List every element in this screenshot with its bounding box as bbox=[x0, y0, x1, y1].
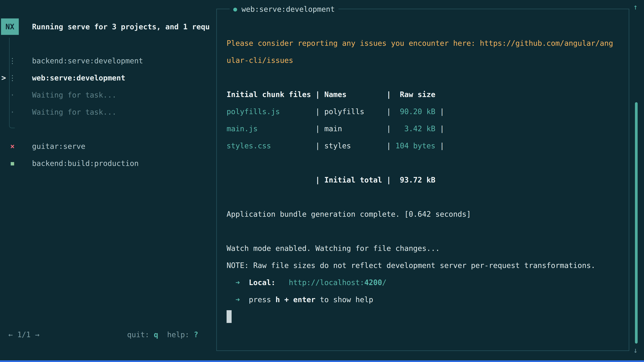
terminal-text: polyfills bbox=[324, 107, 364, 116]
nx-logo: NX bbox=[1, 18, 19, 35]
terminal-panel: ●web:serve:development Please consider r… bbox=[216, 9, 629, 351]
task-item-backend-build-production[interactable]: ■backend:build:production bbox=[0, 155, 215, 172]
terminal-line: | Initial total | 93.72 kB bbox=[226, 171, 613, 189]
task-label: Waiting for task... bbox=[32, 108, 116, 116]
terminal-text: | bbox=[342, 124, 396, 133]
terminal-text: | bbox=[435, 141, 444, 150]
spinner-icon: ⋮ bbox=[9, 56, 16, 65]
terminal-line bbox=[226, 308, 613, 325]
task-label: Waiting for task... bbox=[32, 91, 116, 99]
scrollbar-down-icon[interactable]: ↓ bbox=[633, 346, 638, 355]
terminal-line: NOTE: Raw file sizes do not reflect deve… bbox=[226, 257, 613, 274]
github-issues-link[interactable]: https://github.com/angular/ang bbox=[480, 39, 613, 47]
github-issues-link[interactable]: ular-cli/issues bbox=[226, 56, 293, 64]
bottom-edge-strip bbox=[0, 360, 644, 362]
terminal-line: ➜ Local: http://localhost:4200/ bbox=[226, 274, 613, 291]
pagination-next-button[interactable]: → bbox=[35, 330, 40, 339]
terminal-text: main.js bbox=[226, 124, 258, 133]
terminal-line: Watch mode enabled. Watching for file ch… bbox=[226, 240, 613, 257]
terminal-text: 90.20 kB bbox=[396, 107, 435, 116]
terminal-text: h + enter bbox=[276, 295, 315, 304]
terminal-line: Please consider reporting any issues you… bbox=[226, 35, 613, 52]
task-item-waiting-for-task-[interactable]: ·Waiting for task... bbox=[0, 103, 215, 120]
shortcut-label: quit: bbox=[127, 330, 154, 339]
nx-tui-screen: NX Running serve for 3 projects, and 1 r… bbox=[0, 0, 644, 362]
sidebar-title: Running serve for 3 projects, and 1 requ bbox=[32, 18, 216, 35]
task-item-web-serve-development[interactable]: >⋮web:serve:development bbox=[0, 69, 215, 86]
terminal-text: Initial chunk files | Names | Raw size bbox=[226, 90, 435, 99]
task-label: guitar:serve bbox=[32, 142, 85, 150]
stopped-task-list: ×guitar:serve■backend:build:production bbox=[0, 138, 215, 172]
terminal-text: 104 bytes bbox=[396, 141, 435, 150]
terminal-text: Local: bbox=[249, 278, 276, 287]
square-icon: ■ bbox=[9, 160, 16, 167]
pagination-label bbox=[13, 330, 18, 339]
terminal-line: styles.css | styles | 104 bytes | bbox=[226, 137, 613, 154]
terminal-text: 3.42 kB bbox=[396, 124, 435, 133]
terminal-text: to show help bbox=[316, 295, 373, 304]
keyboard-shortcuts: quit: q help: ? bbox=[127, 329, 198, 340]
terminal-cursor bbox=[226, 310, 232, 323]
terminal-line: polyfills.js | polyfills | 90.20 kB | bbox=[226, 103, 613, 120]
spinner-icon: ⋮ bbox=[9, 73, 16, 82]
terminal-text: | bbox=[271, 141, 324, 150]
terminal-text: | bbox=[258, 124, 324, 133]
terminal-text: press bbox=[249, 295, 276, 304]
terminal-text: main bbox=[324, 124, 342, 133]
task-label: backend:build:production bbox=[32, 159, 139, 168]
terminal-text: styles.css bbox=[226, 141, 271, 150]
dot-icon: · bbox=[9, 91, 16, 99]
terminal-line: Application bundle generation complete. … bbox=[226, 206, 613, 223]
terminal-line bbox=[226, 189, 613, 206]
dot-icon: · bbox=[9, 108, 16, 116]
terminal-text: | bbox=[364, 107, 395, 116]
task-item-backend-serve-development[interactable]: ⋮backend:serve:development bbox=[0, 52, 215, 69]
terminal-text: Please consider reporting any issues you… bbox=[226, 39, 480, 47]
terminal-title-text: web:serve:development bbox=[242, 5, 335, 13]
terminal-text: Application bundle generation complete. … bbox=[226, 210, 471, 218]
localhost-link[interactable]: / bbox=[382, 278, 386, 287]
pagination-prev-button[interactable]: ← bbox=[8, 330, 13, 339]
shortcut-key: q bbox=[154, 330, 158, 339]
terminal-text: polyfills.js bbox=[226, 107, 280, 116]
localhost-link[interactable]: 4200 bbox=[364, 278, 382, 287]
terminal-panel-title: ●web:serve:development bbox=[230, 4, 338, 14]
shortcut-key: ? bbox=[194, 330, 198, 339]
terminal-line: ular-cli/issues bbox=[226, 52, 613, 69]
terminal-line: Initial chunk files | Names | Raw size bbox=[226, 86, 613, 103]
terminal-output[interactable]: Please consider reporting any issues you… bbox=[226, 17, 613, 325]
terminal-line bbox=[226, 223, 613, 240]
arrow-right-icon: ➜ bbox=[226, 295, 249, 304]
localhost-link[interactable]: http://localhost: bbox=[289, 278, 364, 287]
status-dot-icon: ● bbox=[233, 5, 237, 13]
terminal-text: NOTE: Raw file sizes do not reflect deve… bbox=[226, 261, 595, 270]
task-item-guitar-serve[interactable]: ×guitar:serve bbox=[0, 138, 215, 155]
terminal-line bbox=[226, 69, 613, 86]
selected-task-chevron: > bbox=[1, 73, 6, 82]
terminal-text: | bbox=[435, 107, 444, 116]
cross-icon: × bbox=[9, 142, 16, 150]
terminal-line bbox=[226, 17, 613, 35]
pagination-label: 1/1 bbox=[17, 330, 30, 339]
task-label: backend:serve:development bbox=[32, 56, 143, 65]
terminal-text: | Initial total | 93.72 kB bbox=[226, 176, 435, 184]
task-item-waiting-for-task-[interactable]: ·Waiting for task... bbox=[0, 86, 215, 103]
arrow-right-icon: ➜ bbox=[226, 278, 249, 287]
terminal-line bbox=[226, 154, 613, 171]
terminal-line: ➜ press h + enter to show help bbox=[226, 291, 613, 308]
shortcut-label: help: bbox=[158, 330, 194, 339]
terminal-text: | bbox=[351, 141, 396, 150]
scrollbar-thumb[interactable] bbox=[635, 102, 638, 344]
task-list: ⋮backend:serve:development>⋮web:serve:de… bbox=[0, 52, 215, 120]
pagination-label bbox=[30, 330, 35, 339]
terminal-text: | bbox=[435, 124, 444, 133]
terminal-line: main.js | main | 3.42 kB | bbox=[226, 120, 613, 137]
terminal-text bbox=[276, 278, 289, 287]
pagination: ← 1/1 → bbox=[8, 329, 40, 340]
terminal-text: styles bbox=[324, 141, 351, 150]
terminal-text: | bbox=[280, 107, 324, 116]
terminal-text: Watch mode enabled. Watching for file ch… bbox=[226, 244, 440, 253]
task-label: web:serve:development bbox=[32, 73, 125, 82]
scrollbar-up-icon[interactable]: ↑ bbox=[633, 3, 638, 11]
